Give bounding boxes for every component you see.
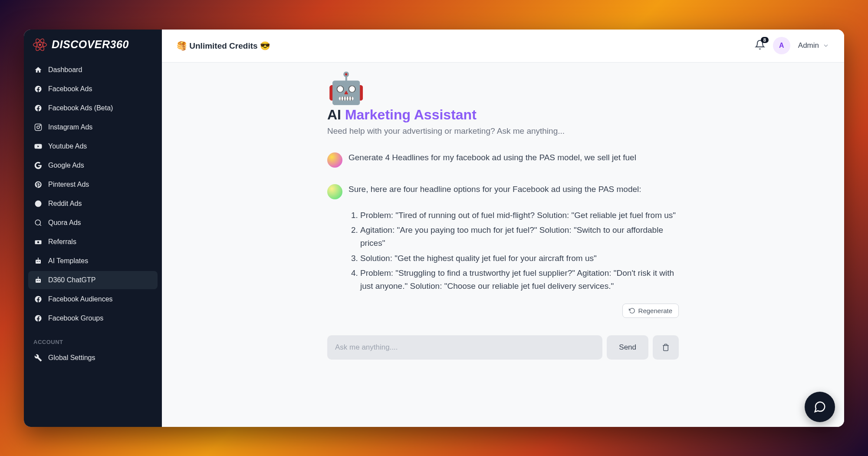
sidebar-item-facebook-ads[interactable]: Facebook Ads xyxy=(28,80,158,98)
referrals-icon xyxy=(34,238,42,246)
user-menu[interactable]: Admin xyxy=(798,41,829,50)
notifications-button[interactable]: 8 xyxy=(755,40,765,52)
sidebar-item-label: Quora Ads xyxy=(48,219,81,227)
sidebar-item-google-ads[interactable]: Google Ads xyxy=(28,156,158,175)
avatar[interactable]: A xyxy=(773,37,790,54)
sidebar-item-label: AI Templates xyxy=(48,257,88,265)
svg-point-11 xyxy=(37,241,39,243)
atom-icon xyxy=(33,37,47,52)
chat-fab[interactable] xyxy=(805,392,835,422)
assistant-response-list: Problem: "Tired of running out of fuel m… xyxy=(327,209,679,293)
sidebar-item-label: Facebook Groups xyxy=(48,314,103,322)
sidebar-item-label: Google Ads xyxy=(48,162,84,169)
svg-point-3 xyxy=(39,43,41,46)
title-ai: AI xyxy=(327,107,341,122)
credits-label: 🥞 Unlimited Credits 😎 xyxy=(177,41,270,51)
chat-input[interactable] xyxy=(327,335,602,360)
brand-logo[interactable]: DISCOVER360 xyxy=(24,30,162,58)
facebook-icon xyxy=(34,295,42,303)
main: 🥞 Unlimited Credits 😎 8 A Admin 🤖 xyxy=(162,30,844,427)
sidebar-item-reddit-ads[interactable]: Reddit Ads xyxy=(28,195,158,213)
robot-icon xyxy=(34,257,42,265)
svg-point-14 xyxy=(39,261,39,261)
youtube-icon xyxy=(34,142,42,150)
sidebar-item-label: Facebook Ads (Beta) xyxy=(48,104,113,112)
user-avatar-icon xyxy=(327,152,342,168)
regenerate-button[interactable]: Regenerate xyxy=(622,304,679,318)
list-item: Agitation: "Are you paying too much for … xyxy=(360,224,679,250)
sidebar-item-label: Youtube Ads xyxy=(48,142,87,150)
svg-rect-17 xyxy=(36,279,41,283)
topbar: 🥞 Unlimited Credits 😎 8 A Admin xyxy=(162,30,844,63)
sidebar-item-facebook-audiences[interactable]: Facebook Audiences xyxy=(28,290,158,308)
svg-point-19 xyxy=(39,280,39,281)
home-icon xyxy=(34,66,42,74)
chevron-down-icon xyxy=(822,42,829,49)
chat-icon xyxy=(813,400,826,413)
svg-point-7 xyxy=(35,200,42,207)
regenerate-row: Regenerate xyxy=(327,304,679,318)
svg-point-5 xyxy=(37,126,39,129)
facebook-icon xyxy=(34,314,42,322)
user-name: Admin xyxy=(798,41,819,50)
svg-point-18 xyxy=(37,280,38,281)
sidebar-item-label: Facebook Audiences xyxy=(48,295,113,303)
sidebar-item-label: Facebook Ads xyxy=(48,85,92,93)
sidebar-item-ai-templates[interactable]: AI Templates xyxy=(28,252,158,270)
regenerate-label: Regenerate xyxy=(638,307,672,314)
sidebar-item-referrals[interactable]: Referrals xyxy=(28,233,158,251)
sidebar-item-instagram-ads[interactable]: Instagram Ads xyxy=(28,118,158,136)
user-message: Generate 4 Headlines for my facebook ad … xyxy=(327,152,679,168)
list-item: Problem: "Tired of running out of fuel m… xyxy=(360,209,679,222)
pinterest-icon xyxy=(34,181,42,188)
assistant-intro-text: Sure, here are four headline options for… xyxy=(349,183,641,196)
nav-account: Global Settings xyxy=(24,349,162,370)
google-icon xyxy=(34,162,42,169)
reddit-icon xyxy=(34,200,42,208)
sidebar-item-label: Instagram Ads xyxy=(48,123,92,131)
svg-line-9 xyxy=(39,224,41,225)
quora-icon xyxy=(34,219,42,227)
title-marketing: Marketing Assistant xyxy=(345,107,477,122)
svg-rect-12 xyxy=(36,260,41,264)
notification-badge: 8 xyxy=(761,37,769,43)
sidebar-item-global-settings[interactable]: Global Settings xyxy=(28,349,158,367)
sidebar-item-pinterest-ads[interactable]: Pinterest Ads xyxy=(28,175,158,194)
send-button[interactable]: Send xyxy=(607,335,648,360)
sidebar: DISCOVER360 DashboardFacebook AdsFaceboo… xyxy=(24,30,162,427)
svg-point-21 xyxy=(38,277,39,278)
content: 🤖 AI Marketing Assistant Need help with … xyxy=(162,63,844,427)
sidebar-item-label: Referrals xyxy=(48,238,76,246)
sidebar-item-label: Pinterest Ads xyxy=(48,181,89,188)
sidebar-item-quora-ads[interactable]: Quora Ads xyxy=(28,214,158,232)
sidebar-item-label: Reddit Ads xyxy=(48,200,82,208)
topbar-right: 8 A Admin xyxy=(755,37,829,54)
nav-main: DashboardFacebook AdsFacebook Ads (Beta)… xyxy=(24,58,162,331)
instagram-icon xyxy=(34,123,42,131)
sidebar-item-youtube-ads[interactable]: Youtube Ads xyxy=(28,137,158,155)
subtitle: Need help with your advertising or marke… xyxy=(327,126,679,136)
facebook-icon xyxy=(34,104,42,112)
robot-emoji: 🤖 xyxy=(327,73,679,103)
sidebar-item-d360-chatgtp[interactable]: D360 ChatGTP xyxy=(28,271,158,289)
sidebar-item-facebook-ads-beta-[interactable]: Facebook Ads (Beta) xyxy=(28,99,158,117)
assistant-message: Sure, here are four headline options for… xyxy=(327,183,679,199)
svg-point-8 xyxy=(35,220,40,225)
app-window: DISCOVER360 DashboardFacebook AdsFaceboo… xyxy=(24,30,844,427)
sidebar-item-label: Global Settings xyxy=(48,354,95,362)
clear-button[interactable] xyxy=(653,335,679,360)
refresh-icon xyxy=(629,307,635,314)
sidebar-item-label: Dashboard xyxy=(48,66,82,74)
list-item: Solution: "Get the highest quality jet f… xyxy=(360,252,679,265)
page-title: AI Marketing Assistant xyxy=(327,107,679,123)
robot-icon xyxy=(34,276,42,284)
brand-name: DISCOVER360 xyxy=(52,38,129,51)
svg-point-16 xyxy=(38,258,39,258)
user-message-text: Generate 4 Headlines for my facebook ad … xyxy=(349,152,636,164)
chat-container: 🤖 AI Marketing Assistant Need help with … xyxy=(327,73,679,416)
list-item: Problem: "Struggling to find a trustwort… xyxy=(360,267,679,293)
facebook-icon xyxy=(34,85,42,93)
sidebar-item-dashboard[interactable]: Dashboard xyxy=(28,61,158,79)
sidebar-item-facebook-groups[interactable]: Facebook Groups xyxy=(28,309,158,327)
input-row: Send xyxy=(327,335,679,360)
